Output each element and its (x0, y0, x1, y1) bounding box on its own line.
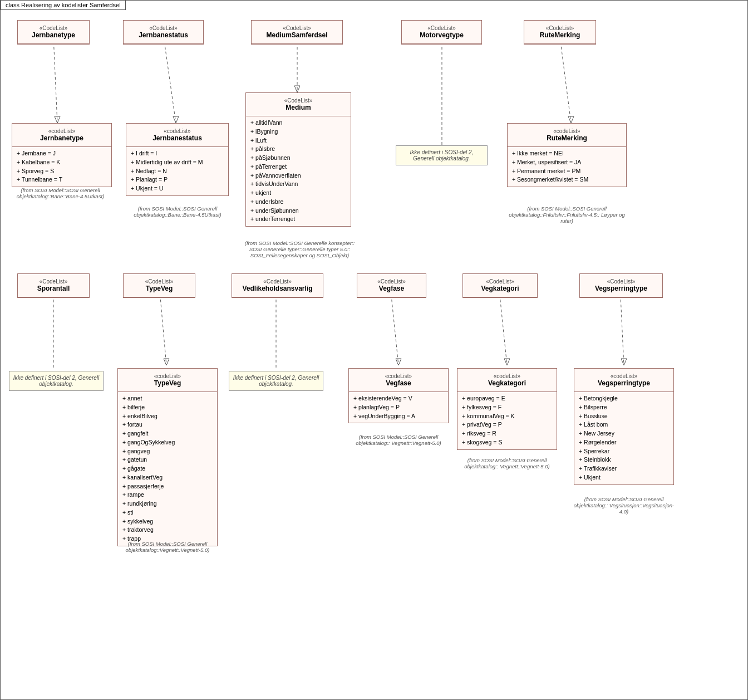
list-item: gangfelt (122, 429, 213, 438)
typeveg-top-box: «CodeList» TypeVeg (123, 273, 195, 298)
list-item: Jernbane = J (17, 149, 107, 158)
list-item: påTerrenget (250, 163, 346, 172)
list-item: passasjerferje (122, 482, 213, 491)
jernbanestatus-from: (from SOSI Model::SOSI Generell objektka… (122, 205, 233, 218)
jernbanetype-top-stereotype: «CodeList» (21, 23, 86, 31)
list-item: Sporveg = S (17, 167, 107, 176)
motorvegtype-top-box: «CodeList» Motorvegtype (401, 20, 482, 45)
list-item: I drift = I (131, 149, 224, 158)
typeveg-from: (from SOSI Model::SOSI Generell objektka… (115, 541, 220, 553)
list-item: enkelBilveg (122, 412, 213, 421)
svg-marker-5 (294, 86, 300, 92)
list-item: påVannoverflaten (250, 172, 346, 180)
list-item: traktorveg (122, 526, 213, 535)
list-item: vegUnderBygging = A (353, 412, 444, 421)
vegkategori-detail-box: «codeList» Vegkategori europaveg = E fyl… (457, 368, 557, 450)
list-item: Bilsperre (579, 403, 669, 412)
list-item: fylkesveg = F (462, 403, 552, 412)
vegfase-detail-body: eksisterendeVeg = V planlagtVeg = P vegU… (349, 392, 448, 423)
list-item: Merket, uspesifisert = JA (512, 158, 622, 167)
list-item: Planlagt = P (131, 175, 224, 184)
jernbanestatus-top-name: Jernbanestatus (127, 31, 200, 41)
list-item: alltidIVann (250, 119, 346, 128)
rutemerking-top-box: «CodeList» RuteMerking (524, 20, 596, 45)
motorvegtype-top-name: Motorvegtype (405, 31, 478, 41)
rutemerking-detail-name: RuteMerking (511, 134, 623, 144)
svg-line-2 (164, 37, 176, 123)
list-item: Trafikkaviser (579, 464, 669, 473)
list-item: Midlertidig ute av drift = M (131, 158, 224, 167)
list-item: Tunnelbane = T (17, 175, 107, 184)
rutemerking-detail-box: «codeList» RuteMerking Ikke merket = NEI… (507, 123, 627, 187)
sporantall-top-name: Sporantall (21, 285, 86, 295)
vegsperring-top-stereotype: «CodeList» (583, 276, 659, 285)
vedlikehold-note-text: Ikke definert i SOSI-del 2, Generell obj… (233, 375, 319, 387)
list-item: iLuft (250, 136, 346, 145)
jernbanetype-top-box: «CodeList» Jernbanetype (17, 20, 90, 45)
list-item: planlagtVeg = P (353, 403, 444, 412)
list-item: Sperrekar (579, 447, 669, 456)
rutemerking-top-name: RuteMerking (528, 31, 592, 41)
vegfase-top-stereotype: «CodeList» (361, 276, 422, 285)
medium-detail-name: Medium (249, 104, 347, 114)
vegfase-detail-name: Vegfase (352, 379, 445, 389)
vegsperring-top-box: «CodeList» Vegsperringtype (579, 273, 663, 298)
list-item: iBygning (250, 128, 346, 136)
list-item: kanalisertVeg (122, 473, 213, 482)
list-item: Sesongmerket/kvistet = SM (512, 175, 622, 184)
typeveg-top-name: TypeVeg (127, 285, 191, 295)
vegsperring-from: (from SOSI Model::SOSI Generell objektka… (571, 496, 677, 515)
list-item: riksveg = R (462, 429, 552, 438)
list-item: rundkjøring (122, 500, 213, 508)
svg-line-0 (53, 37, 57, 123)
jernbanestatus-detail-box: «codeList» Jernbanestatus I drift = I Mi… (126, 123, 229, 196)
vedlikehold-top-stereotype: «CodeList» (235, 276, 319, 285)
list-item: gangveg (122, 447, 213, 456)
svg-marker-3 (173, 116, 179, 123)
svg-marker-16 (504, 359, 510, 365)
vegsperring-detail-box: «codeList» Vegsperringtype Betongkjegle … (574, 368, 674, 485)
list-item: Rørgelender (579, 438, 669, 447)
list-item: underTerrenget (250, 215, 346, 224)
list-item: annet (122, 394, 213, 403)
svg-line-7 (560, 37, 571, 123)
medium-detail-stereotype: «CodeList» (249, 95, 347, 104)
vegkategori-detail-stereotype: «codeList» (461, 371, 553, 379)
motorvegtype-top-stereotype: «CodeList» (405, 23, 478, 31)
list-item: skogsveg = S (462, 438, 552, 447)
jernbanetype-detail-box: «codeList» Jernbanetype Jernbane = J Kab… (12, 123, 112, 187)
list-item: påSjøbunnen (250, 154, 346, 163)
rutemerking-detail-body: Ikke merket = NEI Merket, uspesifisert =… (508, 147, 626, 187)
vegsperring-detail-name: Vegsperringtype (578, 379, 670, 389)
jernbanestatus-detail-name: Jernbanestatus (130, 134, 225, 144)
list-item: Låst bom (579, 420, 669, 429)
vegsperring-detail-stereotype: «codeList» (578, 371, 670, 379)
list-item: Steinblokk (579, 456, 669, 464)
list-item: fortau (122, 420, 213, 429)
vegkategori-detail-body: europaveg = E fylkesveg = F kommunalVeg … (457, 392, 557, 449)
svg-marker-14 (396, 359, 401, 365)
jernbanetype-detail-body: Jernbane = J Kabelbane = K Sporveg = S T… (12, 147, 111, 187)
mediumsamferdsel-top-stereotype: «CodeList» (255, 23, 339, 31)
list-item: kommunalVeg = K (462, 412, 552, 421)
jernbanetype-top-name: Jernbanetype (21, 31, 86, 41)
list-item: gågate (122, 464, 213, 473)
list-item: Ukjent = U (131, 184, 224, 193)
mediumsamferdsel-top-name: MediumSamferdsel (255, 31, 339, 41)
typeveg-detail-stereotype: «codeList» (121, 371, 214, 379)
list-item: Permanent merket = PM (512, 167, 622, 176)
diagram-container: class Realisering av kodelister Samferds… (0, 0, 748, 700)
typeveg-detail-name: TypeVeg (121, 379, 214, 389)
jernbanetype-detail-name: Jernbanetype (16, 134, 108, 144)
svg-marker-11 (164, 359, 169, 365)
list-item: rampe (122, 491, 213, 500)
list-item: sti (122, 508, 213, 517)
medium-detail-box: «CodeList» Medium alltidIVann iBygning i… (245, 92, 351, 227)
list-item: sykkelveg (122, 517, 213, 526)
vegfase-detail-stereotype: «codeList» (352, 371, 445, 379)
list-item: privatVeg = P (462, 420, 552, 429)
list-item: europaveg = E (462, 394, 552, 403)
medium-detail-body: alltidIVann iBygning iLuft påIsbre påSjø… (246, 116, 351, 226)
list-item: gangOgSykkelveg (122, 438, 213, 447)
sporantall-note-box: Ikke definert i SOSI-del 2, Generell obj… (9, 371, 104, 391)
